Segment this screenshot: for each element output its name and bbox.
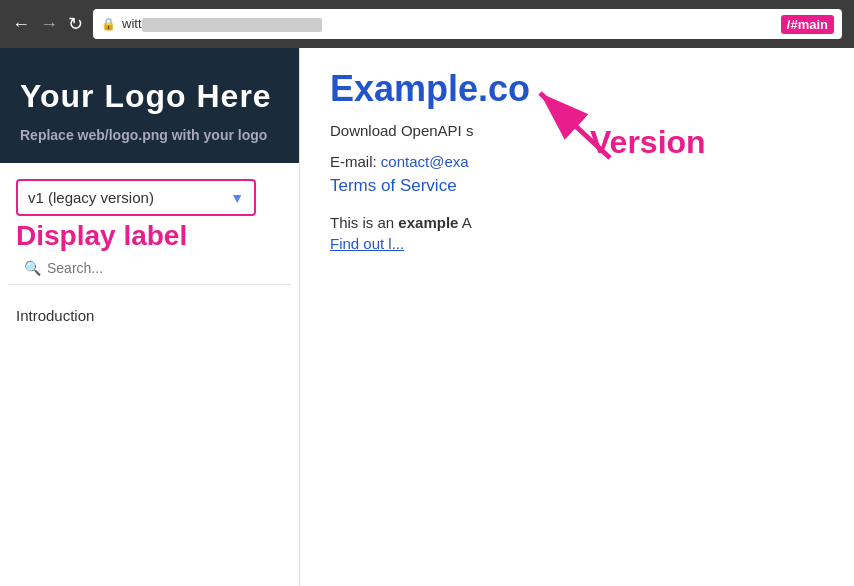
description-suffix: A: [458, 214, 471, 231]
api-title: Example.co: [330, 68, 824, 110]
page-content: Your Logo Here Replace web/logo.png with…: [0, 48, 854, 586]
search-input[interactable]: [47, 260, 275, 276]
sidebar: Your Logo Here Replace web/logo.png with…: [0, 48, 300, 586]
search-icon: 🔍: [24, 260, 41, 276]
description-bold: example: [398, 214, 458, 231]
version-selector-area: v1 (legacy version) v2 (current) v3 (bet…: [0, 163, 299, 216]
address-hash: /#main: [781, 15, 834, 34]
search-area: 🔍: [8, 252, 291, 285]
lock-icon: 🔒: [101, 17, 116, 31]
nav-section: Introduction: [0, 285, 299, 330]
download-link: Download OpenAPI s: [330, 122, 824, 139]
description: This is an example A: [330, 212, 824, 235]
description-prefix: This is an: [330, 214, 398, 231]
main-content: Example.co Download OpenAPI s E-mail: co…: [300, 48, 854, 586]
browser-toolbar: ← → ↻ 🔒 witt /#main: [0, 0, 854, 48]
download-text: Download OpenAPI s: [330, 122, 473, 139]
logo-title: Your Logo Here: [20, 78, 279, 115]
contact-email-link[interactable]: contact@exa: [381, 153, 469, 170]
contact-label: E-mail:: [330, 153, 377, 170]
address-text: witt: [122, 16, 775, 32]
nav-item-introduction[interactable]: Introduction: [16, 301, 283, 330]
address-blurred: [142, 18, 322, 32]
refresh-button[interactable]: ↻: [68, 15, 83, 33]
display-label: Display label: [0, 216, 299, 252]
logo-subtitle: Replace web/logo.png with your logo: [20, 127, 279, 143]
version-select[interactable]: v1 (legacy version) v2 (current) v3 (bet…: [18, 181, 254, 214]
terms-of-service-link[interactable]: Terms of Service: [330, 176, 824, 196]
forward-button[interactable]: →: [40, 15, 58, 33]
back-button[interactable]: ←: [12, 15, 30, 33]
contact-line: E-mail: contact@exa: [330, 153, 824, 170]
find-out-link[interactable]: Find out l...: [330, 235, 404, 252]
logo-area: Your Logo Here Replace web/logo.png with…: [0, 48, 299, 163]
address-bar[interactable]: 🔒 witt /#main: [93, 9, 842, 39]
version-select-wrapper[interactable]: v1 (legacy version) v2 (current) v3 (bet…: [16, 179, 256, 216]
address-partial: witt: [122, 16, 142, 31]
